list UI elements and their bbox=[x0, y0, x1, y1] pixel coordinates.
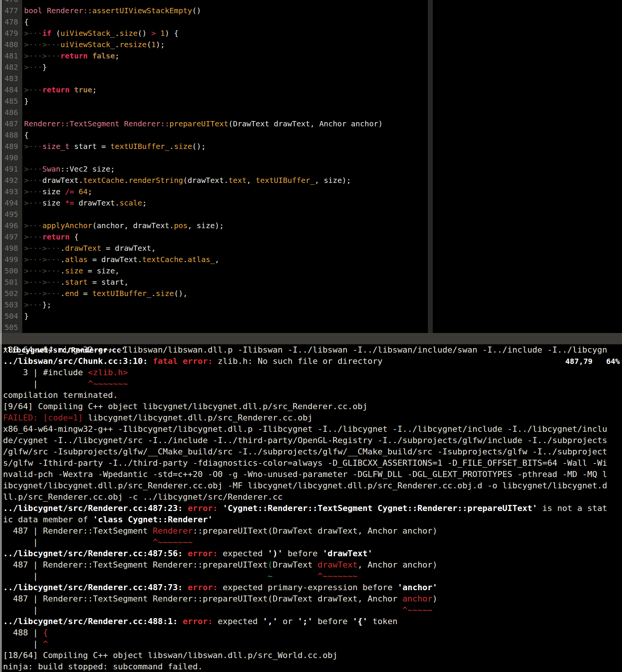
code-segment: resize bbox=[119, 40, 147, 49]
code-segment: ( bbox=[147, 40, 151, 49]
code-segment: /glfw/src -Isubprojects/glfw/__CMake_bui… bbox=[3, 447, 607, 456]
code-segment: return bbox=[42, 85, 69, 94]
code-line: 493>···size /= 64; bbox=[0, 186, 622, 197]
code-segment: <zlib.h> bbox=[88, 368, 128, 377]
code-segment: >··· bbox=[24, 300, 42, 309]
code-segment: 1 bbox=[160, 29, 165, 38]
line-number: 503 bbox=[0, 299, 22, 310]
code-line: 477bool Renderer::assertUIViewStackEmpty… bbox=[0, 5, 622, 16]
code-segment bbox=[69, 85, 74, 94]
code-segment: >···>··· bbox=[24, 278, 60, 287]
line-number: 486 bbox=[0, 107, 22, 118]
code-segment: drawText bbox=[317, 560, 357, 569]
code-segment: >···>··· bbox=[24, 244, 60, 253]
statusline-ruler: 487,79 64% bbox=[565, 356, 620, 367]
code-segment: size bbox=[42, 198, 65, 207]
code-segment: ; bbox=[115, 51, 119, 60]
code-segment: (), bbox=[174, 289, 187, 298]
code-segment: ll.p/src_Renderer.cc.obj -c ../libcygnet… bbox=[3, 492, 283, 502]
line-number: 500 bbox=[0, 265, 22, 276]
scroll-percent: 64% bbox=[606, 357, 620, 366]
code-line: 505 bbox=[0, 322, 622, 333]
code-segment: >··· bbox=[24, 29, 42, 38]
code-segment: text bbox=[228, 176, 247, 185]
terminal-line: FAILED: [code=1] libcygnet/libcygnet.dll… bbox=[0, 412, 622, 423]
code-segment: , size); bbox=[188, 221, 224, 230]
code-segment: atlas bbox=[65, 255, 87, 264]
terminal-line: ibcygnet/libcygnet.dll.p/src_Renderer.cc… bbox=[0, 480, 622, 491]
code-line: 503>···}; bbox=[0, 299, 622, 310]
code-segment: = size, bbox=[83, 266, 119, 275]
code-segment: , Anchor anchor) bbox=[357, 560, 437, 569]
code-segment: ibcygnet/libcygnet.dll.p/src_Renderer.cc… bbox=[3, 481, 607, 490]
terminal-line: | ^~~~~~~~ bbox=[0, 378, 622, 390]
code-line: 495 bbox=[0, 209, 622, 220]
code-segment: 487 | Renderer::TextSegment Renderer::pr… bbox=[3, 560, 268, 569]
code-text: >···size_t start = textUIBuffer_.size(); bbox=[22, 141, 206, 152]
statusline-filename: 'libcygnet/src/Renderer.cc' bbox=[3, 344, 126, 356]
code-segment: | bbox=[3, 605, 403, 615]
code-segment: textUIBuffer_ bbox=[110, 142, 170, 151]
code-segment: prepareUIText bbox=[169, 119, 228, 128]
code-text: >···>···return false; bbox=[22, 50, 119, 61]
code-segment: | bbox=[3, 639, 43, 649]
terminal-line: [18/64] Compiling C++ object libswan/lib… bbox=[0, 650, 622, 661]
code-segment bbox=[156, 29, 160, 38]
code-line: 487Renderer::TextSegment Renderer::prepa… bbox=[0, 118, 622, 129]
code-text bbox=[22, 152, 24, 163]
code-segment: textCache bbox=[142, 255, 183, 264]
terminal-output-pane[interactable]: x86_64-w64-mingw32-g++ -Ilibswan/libswan… bbox=[0, 344, 622, 672]
code-line: 492>···drawText.textCache.renderString(d… bbox=[0, 175, 622, 186]
code-segment: } bbox=[24, 97, 29, 106]
code-segment: ../libcygnet/src/Renderer.cc:487:73: bbox=[3, 583, 183, 592]
code-segment: ; bbox=[142, 198, 147, 207]
terminal-rows: x86_64-w64-mingw32-g++ -Ilibswan/libswan… bbox=[0, 344, 622, 672]
code-segment: FAILED: [code=1] bbox=[3, 413, 88, 422]
terminal-line: 487 | Renderer::TextSegment Renderer::pr… bbox=[0, 593, 622, 604]
code-text: >···size *= drawText.scale; bbox=[22, 197, 147, 209]
code-segment: 487 | Renderer::TextSegment bbox=[3, 526, 153, 535]
terminal-line: | ~ ^~~~~~~~ bbox=[0, 571, 622, 582]
code-segment: , bbox=[215, 255, 219, 264]
code-segment: = drawText. bbox=[88, 255, 142, 264]
editor-pane[interactable]: 476477bool Renderer::assertUIViewStackEm… bbox=[0, 0, 622, 333]
terminal-line: ic data member of 'class Cygnet::Rendere… bbox=[0, 514, 622, 525]
code-segment: >···>··· bbox=[24, 40, 60, 49]
code-segment: ninja: build stopped: subcommand failed. bbox=[3, 662, 203, 671]
line-number: 501 bbox=[0, 276, 22, 288]
code-segment: >···>··· bbox=[24, 255, 60, 264]
code-segment: size bbox=[42, 187, 65, 196]
code-line: 490 bbox=[0, 152, 622, 163]
code-segment: size bbox=[119, 29, 138, 38]
code-segment: } bbox=[42, 63, 47, 72]
line-number: 502 bbox=[0, 288, 22, 299]
terminal-line: ninja: build stopped: subcommand failed. bbox=[0, 661, 622, 672]
line-number: 480 bbox=[0, 39, 22, 50]
code-segment: >··· bbox=[24, 198, 42, 207]
code-segment: zlib.h: No such file or directory bbox=[218, 356, 383, 366]
code-line: 497>···return { bbox=[0, 231, 622, 242]
code-segment: or bbox=[278, 617, 298, 626]
code-segment: >···>··· bbox=[24, 289, 60, 298]
code-segment: before bbox=[283, 549, 323, 558]
code-segment: x86_64-w64-mingw32-g++ -Ilibcygnet/libcy… bbox=[3, 424, 607, 434]
terminal-line: | ^~~~~~ bbox=[0, 604, 622, 616]
terminal-line: 488 | { bbox=[0, 627, 622, 638]
code-segment: () bbox=[138, 29, 151, 38]
terminal-line: ../libswan/src/Chunk.cc:3:10: fatal erro… bbox=[0, 356, 622, 367]
code-text: >···return { bbox=[22, 231, 79, 242]
code-segment: . bbox=[60, 244, 65, 253]
code-segment: > bbox=[151, 29, 156, 38]
code-segment: [9/64] Compiling C++ object libcygnet/li… bbox=[3, 402, 368, 411]
line-number: 478 bbox=[0, 16, 22, 28]
code-segment: Swan bbox=[42, 164, 60, 173]
line-number: 482 bbox=[0, 61, 22, 73]
code-segment: }; bbox=[42, 300, 51, 309]
code-segment: . bbox=[60, 289, 65, 298]
code-segment: error: bbox=[188, 583, 223, 592]
code-line: 502>···>···.end = textUIBuffer_.size(), bbox=[0, 288, 622, 299]
code-segment: ; bbox=[88, 187, 92, 196]
line-number: 504 bbox=[0, 310, 22, 322]
code-segment bbox=[178, 617, 183, 626]
code-segment: 'drawText' bbox=[323, 549, 372, 558]
